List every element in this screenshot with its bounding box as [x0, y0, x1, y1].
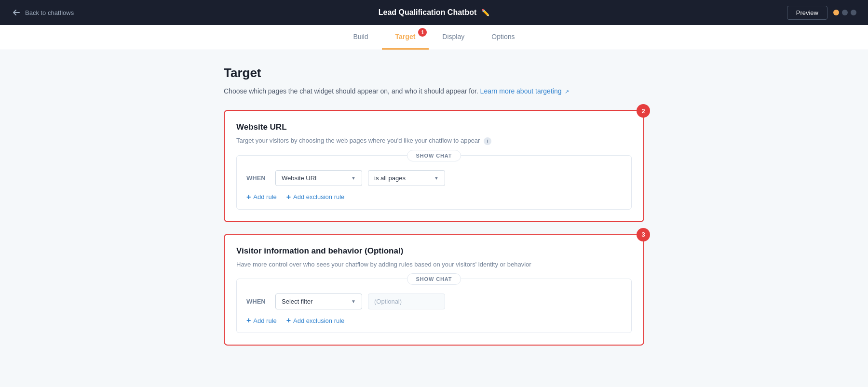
select-filter-arrow: ▼ [351, 299, 356, 304]
add-exclusion-rule-label-1: Add exclusion rule [293, 193, 344, 200]
visitor-behavior-title: Visitor information and behavior (Option… [236, 246, 632, 256]
add-rule-label-1: Add rule [253, 193, 276, 200]
preview-button[interactable]: Preview [787, 6, 827, 20]
page-desc-text: Choose which pages the chat widget shoul… [224, 87, 480, 95]
website-url-dropdown-value: Website URL [282, 174, 318, 182]
is-all-pages-dropdown[interactable]: is all pages ▼ [368, 170, 445, 186]
chatbot-title-area: Lead Qualification Chatbot ✏️ [379, 8, 490, 17]
dot-3 [851, 10, 856, 15]
add-exclusion-rule-button-1[interactable]: + Add exclusion rule [286, 193, 345, 201]
back-to-chatflows-link[interactable]: Back to chatflows [12, 8, 74, 17]
visitor-behavior-fieldset: SHOW CHAT WHEN Select filter ▼ (Optional… [236, 279, 632, 333]
section-2-badge: 2 [637, 104, 650, 118]
section-3-badge: 3 [637, 228, 650, 241]
topbar-right: Preview [787, 6, 856, 20]
visitor-behavior-desc: Have more control over who sees your cha… [236, 260, 632, 269]
tab-build-label: Build [353, 33, 368, 40]
page-description: Choose which pages the chat widget shoul… [224, 86, 644, 96]
show-chat-legend-2: SHOW CHAT [237, 279, 631, 285]
dot-1 [833, 10, 839, 15]
tab-options[interactable]: Options [478, 25, 528, 50]
show-chat-label-1: SHOW CHAT [407, 150, 461, 161]
add-exclusion-plus-icon-1: + [286, 193, 291, 201]
website-url-dropdown-arrow: ▼ [351, 175, 356, 181]
show-chat-label-2: SHOW CHAT [407, 273, 461, 285]
tab-display-label: Display [442, 33, 464, 40]
add-exclusion-rule-label-2: Add exclusion rule [293, 317, 344, 324]
dot-2 [842, 10, 848, 15]
website-url-title: Website URL [236, 122, 632, 132]
select-filter-dropdown[interactable]: Select filter ▼ [275, 294, 362, 309]
website-url-rule-row: WHEN Website URL ▼ is all pages ▼ [237, 161, 631, 193]
when-label-2: WHEN [246, 298, 270, 305]
tab-options-label: Options [491, 33, 515, 40]
topbar-dots [833, 10, 856, 15]
visitor-behavior-section: 3 Visitor information and behavior (Opti… [224, 234, 644, 346]
tab-display[interactable]: Display [429, 25, 478, 50]
when-label-1: WHEN [246, 174, 270, 182]
website-url-fieldset: SHOW CHAT WHEN Website URL ▼ is all page… [236, 155, 632, 210]
add-rule-plus-icon-2: + [246, 316, 251, 325]
visitor-behavior-actions-row: + Add rule + Add exclusion rule [237, 316, 631, 333]
add-rule-button-1[interactable]: + Add rule [246, 193, 277, 201]
page-title: Target [224, 66, 644, 80]
is-all-pages-arrow: ▼ [434, 175, 439, 181]
website-url-actions-row: + Add rule + Add exclusion rule [237, 193, 631, 209]
tab-target-label: Target [395, 33, 416, 40]
add-rule-label-2: Add rule [253, 317, 276, 324]
main-content: Target Choose which pages the chat widge… [212, 66, 656, 346]
website-url-dropdown[interactable]: Website URL ▼ [275, 170, 362, 186]
website-url-section: 2 Website URL Target your visitors by ch… [224, 110, 644, 222]
website-url-desc: Target your visitors by choosing the web… [236, 136, 632, 146]
tab-target-badge: 1 [418, 28, 427, 37]
add-exclusion-rule-button-2[interactable]: + Add exclusion rule [286, 316, 345, 325]
visitor-behavior-rule-row: WHEN Select filter ▼ (Optional) [237, 285, 631, 316]
edit-title-icon[interactable]: ✏️ [481, 9, 489, 16]
tab-target[interactable]: Target 1 [382, 25, 429, 50]
add-rule-button-2[interactable]: + Add rule [246, 316, 277, 325]
back-link-label: Back to chatflows [25, 9, 74, 16]
topbar: Back to chatflows Lead Qualification Cha… [0, 0, 868, 25]
tab-nav: Build Target 1 Display Options [0, 25, 868, 50]
info-icon: i [484, 137, 491, 145]
learn-more-link[interactable]: Learn more about targeting [480, 87, 562, 95]
select-filter-value: Select filter [282, 298, 312, 305]
chatbot-title: Lead Qualification Chatbot [379, 8, 477, 17]
back-arrow-icon [12, 8, 21, 17]
external-link-icon: ↗ [565, 89, 569, 94]
add-rule-plus-icon-1: + [246, 193, 251, 201]
show-chat-legend-1: SHOW CHAT [237, 156, 631, 161]
optional-placeholder: (Optional) [368, 294, 445, 309]
add-exclusion-plus-icon-2: + [286, 316, 291, 325]
tab-build[interactable]: Build [339, 25, 381, 50]
is-all-pages-value: is all pages [374, 174, 406, 182]
